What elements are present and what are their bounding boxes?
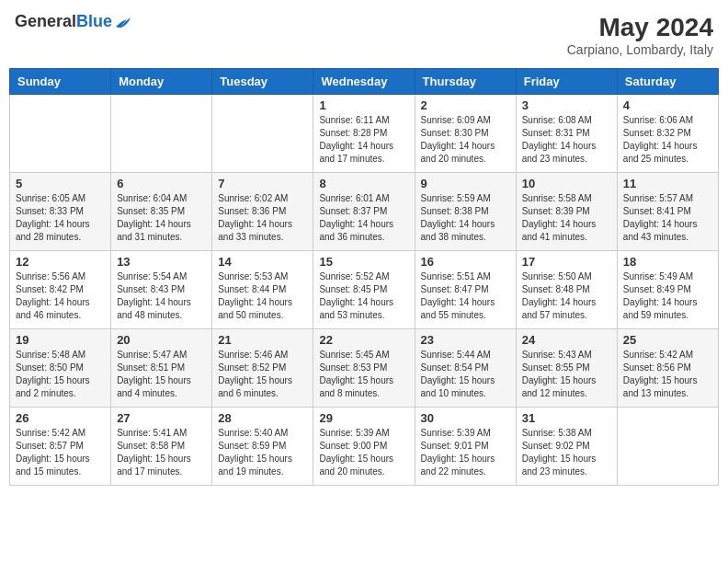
day-number: 7 (218, 177, 307, 190)
day-number: 17 (522, 255, 611, 269)
day-info: Sunrise: 5:48 AM Sunset: 8:50 PM Dayligh… (16, 349, 105, 400)
calendar-cell: 20Sunrise: 5:47 AM Sunset: 8:51 PM Dayli… (111, 329, 212, 408)
calendar-cell: 2Sunrise: 6:09 AM Sunset: 8:30 PM Daylig… (415, 95, 516, 173)
day-info: Sunrise: 5:39 AM Sunset: 9:01 PM Dayligh… (421, 427, 510, 478)
calendar-cell: 3Sunrise: 6:08 AM Sunset: 8:31 PM Daylig… (516, 95, 617, 173)
column-header-friday: Friday (516, 69, 617, 95)
day-number: 6 (117, 177, 206, 190)
day-number: 15 (319, 255, 408, 269)
day-number: 20 (117, 333, 206, 347)
day-number: 14 (218, 255, 307, 269)
column-header-saturday: Saturday (617, 69, 718, 95)
calendar-cell: 21Sunrise: 5:46 AM Sunset: 8:52 PM Dayli… (212, 329, 313, 408)
calendar-week-row: 1Sunrise: 6:11 AM Sunset: 8:28 PM Daylig… (10, 95, 719, 173)
calendar-cell: 7Sunrise: 6:02 AM Sunset: 8:36 PM Daylig… (212, 173, 313, 251)
day-info: Sunrise: 5:49 AM Sunset: 8:49 PM Dayligh… (623, 270, 712, 322)
day-number: 3 (522, 98, 611, 112)
day-info: Sunrise: 6:04 AM Sunset: 8:35 PM Dayligh… (117, 192, 206, 244)
calendar-cell: 13Sunrise: 5:54 AM Sunset: 8:43 PM Dayli… (111, 251, 212, 329)
page-header: GeneralBlue May 2024 Carpiano, Lombardy,… (9, 9, 719, 61)
day-number: 25 (623, 333, 712, 347)
day-number: 24 (522, 333, 611, 347)
day-info: Sunrise: 5:40 AM Sunset: 8:59 PM Dayligh… (218, 427, 307, 478)
calendar-cell: 6Sunrise: 6:04 AM Sunset: 8:35 PM Daylig… (111, 173, 212, 251)
day-info: Sunrise: 5:42 AM Sunset: 8:56 PM Dayligh… (623, 349, 712, 400)
column-header-monday: Monday (111, 69, 212, 95)
day-info: Sunrise: 5:39 AM Sunset: 9:00 PM Dayligh… (319, 427, 408, 478)
logo-blue-text: Blue (76, 13, 112, 31)
calendar-cell: 10Sunrise: 5:58 AM Sunset: 8:39 PM Dayli… (516, 173, 617, 251)
logo-bird-icon (114, 14, 132, 30)
day-number: 13 (117, 255, 206, 269)
day-number: 27 (117, 411, 206, 425)
day-info: Sunrise: 5:45 AM Sunset: 8:53 PM Dayligh… (319, 349, 408, 400)
calendar-cell: 18Sunrise: 5:49 AM Sunset: 8:49 PM Dayli… (617, 251, 718, 329)
day-info: Sunrise: 5:42 AM Sunset: 8:57 PM Dayligh… (16, 427, 105, 478)
calendar-cell: 29Sunrise: 5:39 AM Sunset: 9:00 PM Dayli… (313, 408, 415, 486)
calendar-cell (10, 95, 111, 173)
day-info: Sunrise: 5:54 AM Sunset: 8:43 PM Dayligh… (117, 270, 206, 322)
day-number: 1 (319, 98, 408, 112)
day-number: 26 (16, 411, 105, 425)
day-info: Sunrise: 5:52 AM Sunset: 8:45 PM Dayligh… (319, 270, 408, 322)
calendar-week-row: 5Sunrise: 6:05 AM Sunset: 8:33 PM Daylig… (10, 173, 719, 251)
logo: GeneralBlue (15, 13, 132, 31)
calendar-cell: 28Sunrise: 5:40 AM Sunset: 8:59 PM Dayli… (212, 408, 313, 486)
day-number: 16 (421, 255, 510, 269)
day-number: 5 (16, 177, 105, 190)
day-number: 9 (421, 177, 510, 190)
calendar-cell: 17Sunrise: 5:50 AM Sunset: 8:48 PM Dayli… (516, 251, 617, 329)
calendar-cell: 15Sunrise: 5:52 AM Sunset: 8:45 PM Dayli… (313, 251, 415, 329)
calendar-cell: 1Sunrise: 6:11 AM Sunset: 8:28 PM Daylig… (313, 95, 415, 173)
column-header-tuesday: Tuesday (212, 69, 313, 95)
day-info: Sunrise: 6:08 AM Sunset: 8:31 PM Dayligh… (522, 114, 611, 166)
calendar-cell: 16Sunrise: 5:51 AM Sunset: 8:47 PM Dayli… (415, 251, 516, 329)
day-number: 11 (623, 177, 712, 190)
calendar-cell: 30Sunrise: 5:39 AM Sunset: 9:01 PM Dayli… (415, 408, 516, 486)
calendar-cell: 14Sunrise: 5:53 AM Sunset: 8:44 PM Dayli… (212, 251, 313, 329)
day-number: 10 (522, 177, 611, 190)
day-number: 31 (522, 411, 611, 425)
day-info: Sunrise: 5:53 AM Sunset: 8:44 PM Dayligh… (218, 270, 307, 322)
logo-general-text: General (15, 13, 76, 31)
calendar-cell: 25Sunrise: 5:42 AM Sunset: 8:56 PM Dayli… (617, 329, 718, 408)
day-info: Sunrise: 5:57 AM Sunset: 8:41 PM Dayligh… (623, 192, 712, 244)
day-number: 12 (16, 255, 105, 269)
day-number: 30 (421, 411, 510, 425)
day-info: Sunrise: 6:01 AM Sunset: 8:37 PM Dayligh… (319, 192, 408, 244)
calendar-cell: 5Sunrise: 6:05 AM Sunset: 8:33 PM Daylig… (10, 173, 111, 251)
calendar-cell: 26Sunrise: 5:42 AM Sunset: 8:57 PM Dayli… (10, 408, 111, 486)
calendar-cell: 22Sunrise: 5:45 AM Sunset: 8:53 PM Dayli… (313, 329, 415, 408)
calendar-cell: 4Sunrise: 6:06 AM Sunset: 8:32 PM Daylig… (617, 95, 718, 173)
day-info: Sunrise: 5:46 AM Sunset: 8:52 PM Dayligh… (218, 349, 307, 400)
day-info: Sunrise: 5:58 AM Sunset: 8:39 PM Dayligh… (522, 192, 611, 244)
day-info: Sunrise: 6:09 AM Sunset: 8:30 PM Dayligh… (421, 114, 510, 166)
day-number: 18 (623, 255, 712, 269)
day-info: Sunrise: 6:05 AM Sunset: 8:33 PM Dayligh… (16, 192, 105, 244)
day-number: 2 (421, 98, 510, 112)
calendar-cell: 27Sunrise: 5:41 AM Sunset: 8:58 PM Dayli… (111, 408, 212, 486)
day-number: 8 (319, 177, 408, 190)
calendar-table: SundayMondayTuesdayWednesdayThursdayFrid… (9, 68, 719, 486)
calendar-cell: 24Sunrise: 5:43 AM Sunset: 8:55 PM Dayli… (516, 329, 617, 408)
day-info: Sunrise: 6:02 AM Sunset: 8:36 PM Dayligh… (218, 192, 307, 244)
calendar-cell: 23Sunrise: 5:44 AM Sunset: 8:54 PM Dayli… (415, 329, 516, 408)
day-number: 19 (16, 333, 105, 347)
day-info: Sunrise: 5:41 AM Sunset: 8:58 PM Dayligh… (117, 427, 206, 478)
day-number: 29 (319, 411, 408, 425)
day-number: 4 (623, 98, 712, 112)
day-info: Sunrise: 5:51 AM Sunset: 8:47 PM Dayligh… (421, 270, 510, 322)
calendar-cell: 19Sunrise: 5:48 AM Sunset: 8:50 PM Dayli… (10, 329, 111, 408)
day-info: Sunrise: 6:06 AM Sunset: 8:32 PM Dayligh… (623, 114, 712, 166)
calendar-header-row: SundayMondayTuesdayWednesdayThursdayFrid… (10, 69, 719, 95)
column-header-wednesday: Wednesday (313, 69, 415, 95)
calendar-cell (617, 408, 718, 486)
day-number: 28 (218, 411, 307, 425)
title-block: May 2024 Carpiano, Lombardy, Italy (567, 13, 713, 57)
column-header-sunday: Sunday (10, 69, 111, 95)
day-info: Sunrise: 5:43 AM Sunset: 8:55 PM Dayligh… (522, 349, 611, 400)
calendar-week-row: 26Sunrise: 5:42 AM Sunset: 8:57 PM Dayli… (10, 408, 719, 486)
calendar-week-row: 19Sunrise: 5:48 AM Sunset: 8:50 PM Dayli… (10, 329, 719, 408)
day-number: 21 (218, 333, 307, 347)
calendar-cell: 31Sunrise: 5:38 AM Sunset: 9:02 PM Dayli… (516, 408, 617, 486)
